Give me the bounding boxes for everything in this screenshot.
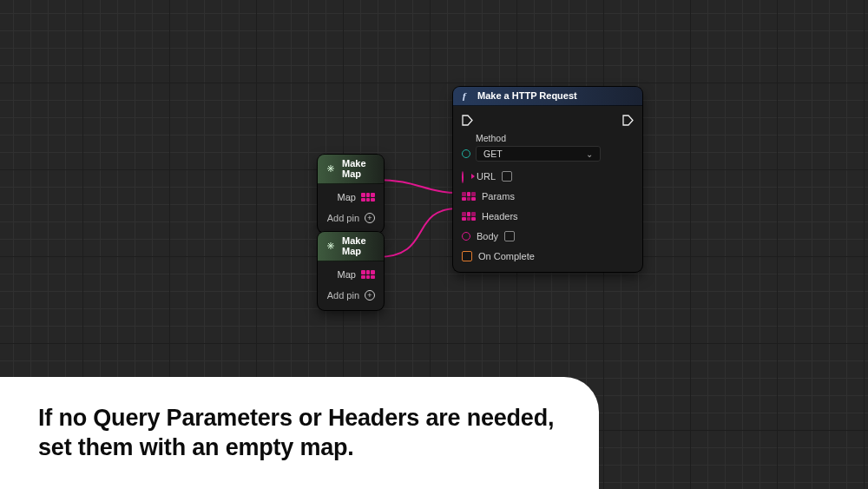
delegate-pin-icon[interactable] (462, 251, 472, 261)
output-pin-map[interactable]: Map (326, 189, 375, 205)
headers-input-row[interactable]: Headers (462, 209, 601, 223)
exec-pin-icon (622, 115, 634, 126)
method-label: Method (476, 133, 601, 143)
map-pin-icon (361, 193, 375, 202)
node-title: Make a HTTP Request (477, 90, 577, 101)
burst-icon (325, 241, 337, 251)
caption-text: If no Query Parameters or Headers are ne… (38, 405, 554, 461)
params-label: Params (482, 191, 515, 202)
exec-pin-icon (462, 115, 473, 126)
url-input-row[interactable]: URL (462, 169, 601, 183)
pin-label: Map (338, 269, 356, 280)
plus-icon: + (365, 290, 375, 301)
node-header[interactable]: Make Map (318, 155, 384, 184)
oncomplete-label: On Complete (478, 251, 535, 261)
node-header[interactable]: Make Map (318, 232, 384, 261)
exec-input-pin[interactable] (462, 113, 601, 127)
add-pin-button[interactable]: Add pin + (326, 287, 375, 303)
node-http-request[interactable]: f Make a HTTP Request Method GET (453, 87, 642, 272)
pin-label: Map (338, 192, 356, 202)
add-pin-button[interactable]: Add pin + (326, 210, 375, 226)
oncomplete-input-row[interactable]: On Complete (462, 249, 601, 263)
string-pin-icon[interactable] (462, 232, 470, 241)
node-title: Make Map (342, 158, 375, 179)
body-label: Body (477, 231, 498, 241)
headers-label: Headers (482, 211, 518, 221)
caption-card: If no Query Parameters or Headers are ne… (0, 377, 599, 489)
exec-output-pin[interactable] (622, 113, 634, 127)
body-input-row[interactable]: Body (462, 229, 601, 243)
map-pin-icon (361, 270, 375, 279)
map-pin-icon[interactable] (462, 192, 476, 201)
output-pin-map[interactable]: Map (326, 267, 375, 282)
map-pin-icon[interactable] (462, 212, 476, 221)
node-header[interactable]: f Make a HTTP Request (453, 87, 642, 106)
node-make-map-1[interactable]: Make Map Map Add pin + (318, 155, 384, 233)
svg-text:f: f (463, 90, 467, 101)
node-make-map-2[interactable]: Make Map Map Add pin + (318, 232, 384, 310)
node-title: Make Map (342, 235, 375, 256)
burst-icon (325, 163, 337, 174)
enum-pin-icon[interactable] (462, 149, 470, 158)
add-pin-label: Add pin (327, 213, 359, 223)
method-value: GET (483, 149, 503, 159)
chevron-down-icon: ⌄ (586, 149, 593, 159)
function-icon: f (460, 90, 472, 101)
body-textbox[interactable] (504, 231, 515, 241)
plus-icon: + (365, 213, 375, 223)
url-label: URL (477, 171, 496, 182)
method-field: Method GET ⌄ (462, 133, 601, 162)
url-textbox[interactable] (502, 171, 512, 182)
string-pin-icon[interactable] (462, 171, 464, 183)
params-input-row[interactable]: Params (462, 189, 601, 203)
add-pin-label: Add pin (327, 290, 359, 301)
method-select[interactable]: GET ⌄ (476, 146, 601, 162)
